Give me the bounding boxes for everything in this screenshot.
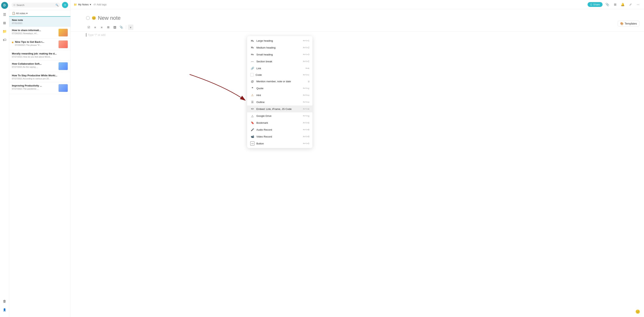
menu-item-label: Small heading [256, 53, 301, 56]
more-icon-button[interactable]: ··· [635, 2, 641, 7]
note-title-input[interactable] [98, 15, 629, 21]
google-drive-icon: △ [250, 114, 254, 118]
attachment-icon-button[interactable]: 📎 [604, 2, 610, 7]
attachment-button[interactable]: 📎 [118, 24, 124, 30]
folder-name[interactable]: My Notes [78, 3, 89, 6]
share-button[interactable]: ⟨⟩ Share [588, 2, 602, 7]
menu-item-code[interactable]: Code ⌘+⌥+c [247, 72, 312, 78]
large-heading-icon: H₁ [250, 38, 254, 43]
note-item[interactable]: How To Stay Productive While Worki... 07… [9, 72, 70, 82]
note-preview-text: The pandemic ... [23, 88, 39, 90]
hint-icon: ⚠ [250, 93, 254, 97]
note-item[interactable]: New note 07/31/2021 [9, 17, 70, 27]
topbar-right: ⟨⟩ Share 📎 ⊞ 🔔 ⤢ ··· [588, 2, 641, 7]
avatar-button[interactable]: D [1, 2, 8, 9]
menu-shortcut: ⌘+⌥+3 [303, 53, 309, 56]
templates-button[interactable]: 🎨 Templates [618, 21, 640, 26]
add-note-button[interactable]: + [62, 2, 68, 8]
embed-icon: <> [250, 107, 254, 111]
menu-shortcut: ⌘+⌥+o [303, 101, 309, 103]
notes-search-header: ⊟ 🔍 + [9, 0, 70, 10]
menu-item-label: Video Record [256, 135, 301, 138]
menu-item-label: Medium heading [256, 46, 301, 49]
all-notes-filter[interactable]: 📋 All notes ▾ [9, 10, 70, 17]
note-item[interactable]: How to share informati... 07/29/2021 Now… [9, 27, 70, 38]
main-area: 📁 My Notes ▾ 🏷 Add tags ⟨⟩ Share 📎 ⊞ 🔔 ⤢… [70, 0, 644, 317]
note-preview-content: Morally rewarding job: making the d... 0… [12, 52, 68, 58]
note-item[interactable]: Improving Productivity ... 07/27/2021 Th… [9, 82, 70, 94]
menu-item-audio-record[interactable]: 🎤 Audio Record ⌘+⌥+8 [247, 126, 312, 133]
note-preview-content: Nine Tips to Get Back t... 07/29/2021 Th… [15, 40, 57, 47]
add-tag-label: Add tags [97, 3, 106, 6]
table-button[interactable]: ⊞ [106, 24, 111, 30]
cursor [86, 33, 86, 37]
menu-item-quote[interactable]: ❝ Quote ⌘+⌥+y [247, 85, 312, 92]
note-preview-text: The phrase "It'... [26, 44, 42, 46]
note-date: 07/27/2021 As the saying ... [12, 66, 57, 68]
templates-label: Templates [624, 22, 637, 25]
menu-item-mention[interactable]: @ Mention member, note or date @ [247, 78, 312, 85]
unordered-list-button[interactable]: ≡ [99, 24, 104, 30]
emoji-button[interactable]: 😊 [92, 16, 96, 20]
trash-icon-button[interactable]: 🗑 [1, 298, 8, 305]
checkbox-toolbar-button[interactable]: ☑ [86, 24, 91, 30]
menu-item-small-heading[interactable]: Hs Small heading ⌘+⌥+3 [247, 51, 312, 58]
home-icon-button[interactable]: ⊞ [1, 19, 8, 26]
menu-item-button[interactable]: ▭ Button ⌘+⌥+5 [247, 140, 312, 147]
editor-content-placeholder[interactable]: Type "/" or add [70, 32, 644, 38]
templates-icon: 🎨 [620, 22, 624, 25]
menu-item-embed[interactable]: <> Embed: Link, iFrame, JS Code ⌘+⌥+m [247, 105, 312, 112]
notes-list: New note 07/31/2021 How to share informa… [9, 17, 70, 317]
note-title: Morally rewarding job: making the d... [12, 52, 68, 55]
more-options-dropdown[interactable]: ∨ [128, 24, 133, 30]
menu-item-medium-heading[interactable]: H₂ Medium heading ⌘+⌥+2 [247, 44, 312, 51]
menu-item-label: Button [256, 142, 301, 145]
note-item[interactable]: How Collaboration Soft... 07/27/2021 As … [9, 60, 70, 72]
note-thumbnail [58, 62, 68, 70]
tag-icon-button[interactable]: 🏷 [1, 36, 8, 43]
note-date: 07/29/2021 Nowadays, inf... [12, 32, 57, 34]
menu-item-section-break[interactable]: — Section break ⌘+⌥+I [247, 58, 312, 65]
grid-icon-button[interactable]: ⊞ [612, 2, 618, 7]
filter-icon: ⊟ [14, 4, 15, 6]
menu-item-hint[interactable]: ⚠ Hint ⌘+⌥+u [247, 92, 312, 99]
note-date: 07/31/2021 [12, 22, 68, 24]
menu-shortcut: ⌘+⌥+y [303, 87, 309, 90]
menu-item-label: Mention member, note or date [256, 80, 306, 83]
menu-item-bookmark[interactable]: 🔖 Bookmark ⌘+⌥+b [247, 119, 312, 126]
note-preview-content: How To Stay Productive While Worki... 07… [12, 74, 68, 80]
note-preview-content: How to share informati... 07/29/2021 Now… [12, 29, 57, 35]
status-circle[interactable] [86, 16, 90, 20]
all-notes-label: All notes [16, 12, 26, 15]
menu-item-outline[interactable]: ☰ Outline ⌘+⌥+o [247, 99, 312, 105]
bell-icon-button[interactable]: 🔔 [620, 2, 626, 7]
menu-item-large-heading[interactable]: H₁ Large heading ⌘+⌥+1 [247, 37, 312, 44]
menu-item-label: Code [256, 73, 301, 76]
note-preview-text: How do you feel about Mond... [23, 56, 52, 58]
search-input[interactable] [16, 4, 54, 6]
menu-item-google-drive[interactable]: △ Google Drive ⌘+⌥+g [247, 112, 312, 119]
menu-shortcut: ⌘+⌥+1 [303, 39, 309, 42]
section-break-icon: — [250, 59, 254, 63]
share-icon: ⟨⟩ [590, 3, 592, 6]
ordered-list-button[interactable]: ≡ [92, 24, 98, 30]
user-icon-button[interactable]: 👤 [1, 306, 8, 313]
note-item[interactable]: Morally rewarding job: making the d... 0… [9, 50, 70, 60]
menu-item-video-record[interactable]: 📹 Video Record ⌘+⌥+9 [247, 133, 312, 140]
menu-shortcut: ⌘+⌥+c [303, 74, 309, 76]
folder-icon-button[interactable]: 📁 [1, 28, 8, 35]
image-button[interactable]: 🖼 [112, 24, 118, 30]
expand-icon-button[interactable]: ⤢ [628, 2, 633, 7]
editor-area: 🎨 Templates 😊 ☑ ≡ ≡ ⊞ 🖼 📎 ∨ Type "/" or … [70, 9, 644, 317]
menu-item-link[interactable]: 🔗 Link ⌘+k [247, 65, 312, 72]
menu-item-label: Audio Record [256, 128, 301, 131]
menu-shortcut: ⌘+⌥+2 [303, 46, 309, 49]
quote-icon: ❝ [250, 86, 254, 90]
note-item[interactable]: Nine Tips to Get Back t... 07/29/2021 Th… [9, 38, 70, 50]
search-box[interactable]: ⊟ 🔍 [12, 3, 60, 7]
note-thumbnail [58, 84, 68, 92]
menu-icon-button[interactable]: ☰ [1, 11, 8, 18]
main-topbar: 📁 My Notes ▾ 🏷 Add tags ⟨⟩ Share 📎 ⊞ 🔔 ⤢… [70, 0, 644, 9]
add-tag-button[interactable]: 🏷 Add tags [94, 3, 106, 6]
code-icon [250, 73, 254, 76]
